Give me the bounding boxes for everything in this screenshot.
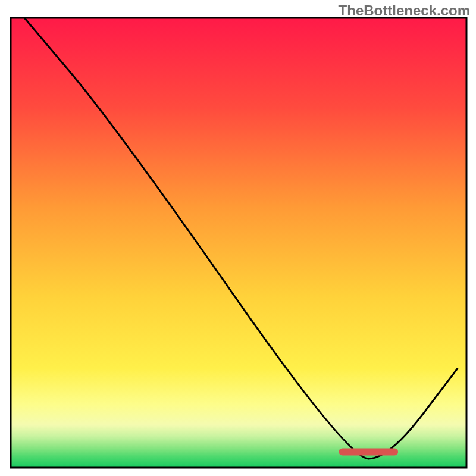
bottleneck-chart: [0, 0, 476, 476]
plot-area: [11, 18, 466, 468]
watermark-text: TheBottleneck.com: [339, 2, 470, 19]
optimal-range-marker: [339, 449, 399, 456]
chart-container: TheBottleneck.com: [0, 0, 476, 476]
gradient-background: [11, 18, 466, 468]
